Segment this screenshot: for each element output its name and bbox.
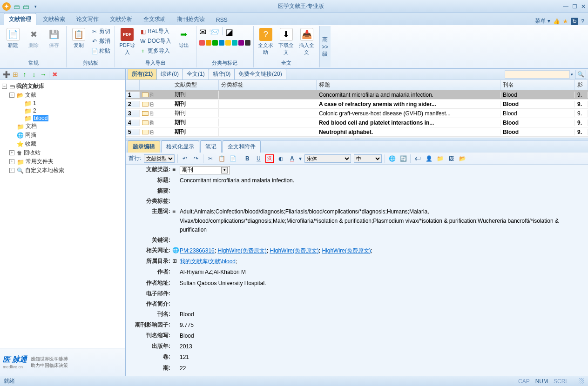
tree-small-icon[interactable]: ⊞ [172,256,180,267]
resize-grip[interactable] [579,378,584,384]
maximize-button[interactable]: ☐ [572,3,577,10]
more-import-button[interactable]: +更多导入 [138,47,173,55]
filter-tab-fulltext[interactable]: 全文(1) [182,68,209,80]
undo-icon[interactable]: ↶ [181,154,189,163]
color-flag[interactable] [219,40,224,46]
detail-tab-notes[interactable]: 笔记 [200,140,222,153]
undo-button[interactable]: ↶撤消 [90,37,112,46]
col-type[interactable]: 文献类型 [172,80,219,90]
tree-item-1[interactable]: 1 [33,100,36,106]
col-category[interactable]: 分类标签 [219,80,317,90]
save-button[interactable]: 💾保存 [45,27,63,50]
value-addr[interactable]: Sultan Qaboos University Hospital. [180,278,266,289]
new-button[interactable]: 📄新建 [4,27,22,50]
up-icon[interactable]: ↑ [21,71,28,78]
ribbon-expand-button[interactable]: 高>>级 [319,26,331,67]
list-icon[interactable]: ≡ [172,206,180,235]
tab-manage[interactable]: 文献管理 [4,13,36,25]
mail-new-icon[interactable]: ✉ [199,27,206,37]
ral-import-button[interactable]: ◧RAL导入 [138,27,173,36]
tab-journal[interactable]: 期刊抢先读 [172,13,210,25]
link-highwire3[interactable]: HighWire(免费原文) [322,247,371,254]
tree-item-webclip[interactable]: 网摘 [25,131,36,139]
table-row[interactable]: 4⎘期刊Red blood cell and platelet interact… [126,118,588,127]
link-highwire2[interactable]: HighWire(免费原文) [270,247,318,254]
underline-icon[interactable]: U [254,154,263,163]
value-vol[interactable]: 121 [180,352,189,363]
tree-toggle-icon[interactable]: − [9,93,14,98]
col-ext[interactable]: 影 [575,80,588,90]
tab-search[interactable]: 文献检索 [38,13,70,25]
table-row[interactable]: 2⎘期刊A case of refractory anemia with rin… [126,100,588,109]
thumbsup-icon[interactable]: 👍 [553,18,560,25]
table-row[interactable]: 1⎘期刊Concomitant microfilaria and malaria… [126,90,588,100]
fulltext-help-button[interactable]: ?全文求助 [257,27,275,57]
open-icon[interactable]: 📂 [458,154,466,163]
filter-tab-review[interactable]: 综述(0) [156,68,183,80]
add-node-icon[interactable]: ⊞ [12,71,19,78]
col-journal[interactable]: 刊名 [500,80,575,90]
tab-rss[interactable]: RSS [211,15,232,25]
folder-tree[interactable]: −🗃我的文献库 −📂文献 1 2 blood 文档 🌐网摘 ⭐收藏 +🗑回收站 … [0,80,125,348]
copy-button[interactable]: 📋复制 [69,27,88,50]
color-flag[interactable] [225,40,231,46]
color-flag[interactable] [212,40,218,46]
export-button[interactable]: ➡导出 [175,27,193,50]
refresh-icon[interactable]: ↻ [571,18,578,25]
paste-icon[interactable]: 📄 [229,154,237,163]
mail-open-icon[interactable]: 📨 [209,27,219,37]
tree-item-literature[interactable]: 文献 [25,91,36,99]
chevron-down-icon[interactable]: ▾ [221,167,228,173]
filter-tab-freelink[interactable]: 免费全文链接(20) [234,68,286,80]
color-flag[interactable] [199,40,205,46]
search-input[interactable] [505,70,570,79]
link-highwire1[interactable]: HighWire(免费原文) [217,247,266,254]
tab-analyze[interactable]: 文献分析 [105,13,137,25]
doc-import-button[interactable]: WDOC导入 [138,37,173,46]
search-button[interactable]: 🔍 [575,70,586,79]
user-icon[interactable]: 👤 [425,154,433,163]
redo-icon[interactable]: ↷ [192,154,200,163]
color-flag[interactable] [232,40,237,46]
value-folder[interactable]: 我的文献库\文献\blood [180,258,236,265]
tree-toggle-icon[interactable]: − [2,84,7,89]
color-flag[interactable] [238,40,244,46]
copy-icon[interactable]: 📋 [217,154,226,163]
close-button[interactable]: ✕ [581,3,586,10]
value-subject[interactable]: Adult;Animals;Coinfection/blood/diagnosi… [180,206,561,235]
cut-icon[interactable]: ✂ [206,154,215,163]
list-icon[interactable]: ≡ [172,165,180,175]
tab-write[interactable]: 论文写作 [72,13,103,25]
value-journal[interactable]: Blood [180,309,194,320]
paste-button[interactable]: 📄粘贴 [90,47,112,55]
type-select[interactable]: 文献类型 [144,154,175,163]
qat-dropdown-icon[interactable]: ▾ [32,3,39,10]
value-year[interactable]: 2013 [180,341,192,352]
value-abbr[interactable]: Blood [180,331,194,341]
globe1-icon[interactable]: 🌐 [388,154,396,163]
delete-button[interactable]: ✖删除 [24,27,43,50]
minimize-button[interactable]: — [563,3,568,10]
tree-toggle-icon[interactable]: + [9,159,14,164]
tree-item-localsearch[interactable]: 自定义本地检索 [25,166,64,174]
qat-db1-icon[interactable]: 🗃 [13,3,20,10]
table-row[interactable]: 5⎘期刊Neutrophil alphabet.Blood9. [126,127,588,137]
color-flags[interactable] [199,40,250,46]
qat-db2-icon[interactable]: 🗃 [22,3,30,10]
globe-icon[interactable]: 🌐 [172,246,180,256]
tree-item-trash[interactable]: 回收站 [24,149,41,157]
tree-root-label[interactable]: 我的文献库 [16,82,44,90]
color-flag[interactable] [206,40,211,46]
search-dropdown-icon[interactable]: ▾ [571,72,573,77]
tree-toggle-icon[interactable]: + [9,150,14,155]
insert-fulltext-button[interactable]: 📥插入全文 [297,27,316,57]
filter-tab-all[interactable]: 所有(21) [128,68,157,80]
clear-icon[interactable]: ◐ [277,154,285,163]
pdf-import-button[interactable]: PDFPDF导入 [118,27,136,57]
grid-body[interactable]: 1⎘期刊Concomitant microfilaria and malaria… [126,90,588,138]
cn-icon[interactable]: 汉 [265,154,274,163]
filter-tab-featured[interactable]: 精华(0) [209,68,235,80]
tree-toggle-icon[interactable]: + [9,168,14,173]
star-icon[interactable]: ★ [563,18,568,25]
color-flag[interactable] [245,40,250,46]
